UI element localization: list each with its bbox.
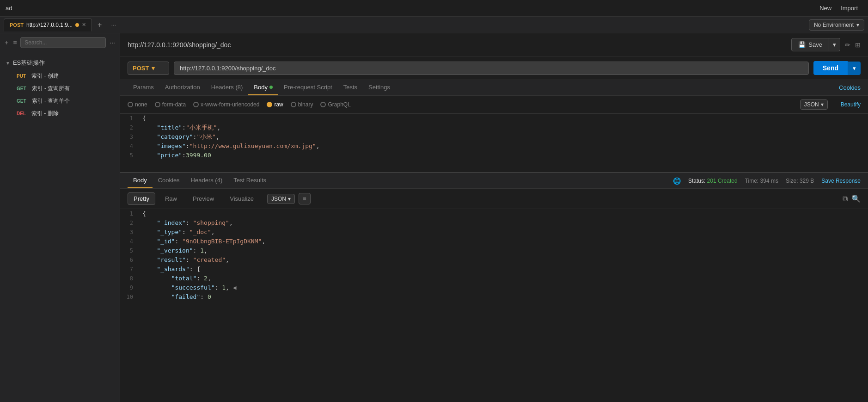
import-button[interactable]: Import — [836, 3, 862, 13]
resp-line-6: 6 "result": "created", — [120, 255, 868, 265]
resp-format-chevron-icon: ▾ — [288, 196, 291, 202]
tab-settings[interactable]: Settings — [363, 80, 396, 95]
tab-params[interactable]: Params — [128, 80, 159, 95]
beautify-button[interactable]: Beautify — [841, 101, 861, 108]
save-button[interactable]: 💾 Save — [791, 38, 829, 51]
radio-raw[interactable]: raw — [267, 101, 283, 108]
chevron-icon: ▼ — [6, 61, 10, 66]
resp-preview-tab[interactable]: Preview — [187, 192, 220, 205]
response-tab-headers[interactable]: Headers (4) — [185, 173, 228, 188]
resp-line-10: 10 "failed": 0 — [120, 292, 868, 302]
response-format-selector[interactable]: JSON ▾ — [267, 194, 295, 204]
split-button[interactable]: ⊞ — [855, 41, 861, 49]
response-filter-button[interactable]: ≡ — [299, 193, 311, 204]
request-code-editor[interactable]: 1 { 2 "title":"小米手机", 3 "category":"小米",… — [120, 114, 868, 172]
radio-none[interactable]: none — [128, 101, 147, 108]
send-button[interactable]: Send — [813, 61, 848, 75]
size-value: 329 B — [800, 178, 814, 184]
resp-line-2: 2 "_index": "shopping", — [120, 218, 868, 228]
list-item[interactable]: PUT 索引 - 创建 — [0, 70, 120, 82]
sidebar-item-label: 索引 - 查询所有 — [32, 85, 70, 93]
resp-line-7: 7 "_shards": { — [120, 265, 868, 274]
list-item[interactable]: GET 索引 - 查询所有 — [0, 82, 120, 95]
sidebar-toolbar: + ≡ ··· — [0, 33, 120, 52]
resp-line-9: 9 "successful": 1, ◀ — [120, 283, 868, 292]
code-line-5: 5 "price":3999.00 — [120, 151, 868, 160]
response-tabs-row: Body Cookies Headers (4) Test Results 🌐 … — [120, 173, 868, 189]
save-response-button[interactable]: Save Response — [821, 178, 861, 184]
active-tab[interactable]: POST http://127.0.0.1:9... ✕ — [4, 19, 92, 31]
method-badge-del: DEL — [15, 111, 28, 117]
tab-tests[interactable]: Tests — [338, 80, 363, 95]
resp-line-4: 4 "_id": "9nOLbngBIB-ETpIgDKNM", — [120, 237, 868, 246]
environment-selector[interactable]: No Environment ▾ — [809, 19, 864, 31]
filter-button[interactable]: ≡ — [12, 38, 18, 47]
tab-close-icon[interactable]: ✕ — [82, 22, 86, 28]
radio-dot-none — [128, 102, 133, 107]
collection-header[interactable]: ▼ ES基础操作 — [0, 56, 120, 70]
method-badge-get: GET — [15, 98, 28, 104]
response-body-options: Pretty Raw Preview Visualize JSON ▾ ≡ ⧉ … — [120, 189, 868, 209]
send-dropdown-button[interactable]: ▾ — [848, 62, 861, 75]
method-selector[interactable]: POST ▾ — [128, 62, 169, 75]
environment-label: No Environment — [814, 22, 854, 28]
request-top-panel: Params Authorization Headers (8) Body Pr… — [120, 80, 868, 173]
tab-more-button[interactable]: ··· — [107, 20, 120, 29]
tab-authorization[interactable]: Authorization — [159, 80, 206, 95]
radio-dot-form-data — [155, 102, 160, 107]
method-label: POST — [133, 65, 149, 72]
tab-body[interactable]: Body — [248, 80, 278, 95]
save-icon: 💾 — [798, 41, 806, 48]
response-tab-test-results[interactable]: Test Results — [228, 173, 272, 188]
url-display: http://127.0.0.1:9200/shopping/_doc — [128, 41, 787, 49]
body-format-label: JSON — [804, 101, 819, 108]
resp-pretty-tab[interactable]: Pretty — [128, 192, 155, 205]
list-item[interactable]: GET 索引 - 查询单个 — [0, 95, 120, 107]
search-response-button[interactable]: 🔍 — [851, 194, 861, 203]
request-url-row: POST ▾ Send ▾ — [120, 56, 868, 80]
request-tabs-row: Params Authorization Headers (8) Body Pr… — [120, 80, 868, 96]
sidebar-search-input[interactable] — [20, 37, 106, 48]
sidebar: + ≡ ··· ▼ ES基础操作 PUT 索引 - 创建 GET 索引 - 查询… — [0, 33, 120, 402]
response-tab-cookies[interactable]: Cookies — [153, 173, 185, 188]
resp-raw-tab[interactable]: Raw — [159, 192, 183, 205]
radio-dot-binary — [291, 102, 296, 107]
radio-urlencoded[interactable]: x-www-form-urlencoded — [193, 101, 259, 108]
list-item[interactable]: DEL 索引 - 删除 — [0, 107, 120, 120]
add-collection-button[interactable]: + — [4, 38, 9, 47]
status-value: 201 Created — [707, 178, 738, 184]
url-input[interactable] — [174, 62, 809, 75]
sidebar-more-button[interactable]: ··· — [109, 38, 116, 47]
response-status-info: 🌐 Status: 201 Created Time: 394 ms Size:… — [673, 177, 861, 185]
cookies-link[interactable]: Cookies — [839, 84, 861, 91]
radio-binary[interactable]: binary — [291, 101, 313, 108]
headers-count: (8) — [235, 84, 243, 91]
url-display-bar: http://127.0.0.1:9200/shopping/_doc 💾 Sa… — [120, 33, 868, 56]
radio-graphql[interactable]: GraphQL — [320, 101, 350, 108]
send-button-group: Send ▾ — [813, 61, 861, 75]
code-line-2: 2 "title":"小米手机", — [120, 123, 868, 132]
resp-line-1: 1 { — [120, 209, 868, 218]
collection-name: ES基础操作 — [13, 59, 45, 67]
response-area: Body Cookies Headers (4) Test Results 🌐 … — [120, 173, 868, 402]
edit-button[interactable]: ✏ — [845, 41, 850, 49]
radio-form-data[interactable]: form-data — [155, 101, 186, 108]
request-response-panel: http://127.0.0.1:9200/shopping/_doc 💾 Sa… — [120, 33, 868, 402]
copy-response-button[interactable]: ⧉ — [843, 194, 848, 203]
save-dropdown-button[interactable]: ▾ — [829, 38, 840, 51]
response-tab-body[interactable]: Body — [128, 173, 153, 188]
code-line-4: 4 "images":"http://www.gulixueyuan.com/x… — [120, 142, 868, 151]
code-line-3: 3 "category":"小米", — [120, 132, 868, 142]
time-label: Time: 394 ms — [745, 178, 778, 184]
body-format-selector[interactable]: JSON ▾ — [800, 99, 828, 110]
body-active-dot — [269, 86, 273, 89]
resp-visualize-tab[interactable]: Visualize — [224, 192, 260, 205]
new-button[interactable]: New — [815, 3, 836, 13]
body-options-row: none form-data x-www-form-urlencoded raw… — [120, 96, 868, 114]
method-chevron-icon: ▾ — [152, 65, 155, 72]
new-tab-button[interactable]: + — [94, 20, 105, 30]
radio-dot-graphql — [320, 102, 326, 107]
tab-headers[interactable]: Headers (8) — [206, 80, 249, 95]
response-action-buttons: ⧉ 🔍 — [843, 194, 861, 203]
tab-prerequest[interactable]: Pre-request Script — [278, 80, 338, 95]
